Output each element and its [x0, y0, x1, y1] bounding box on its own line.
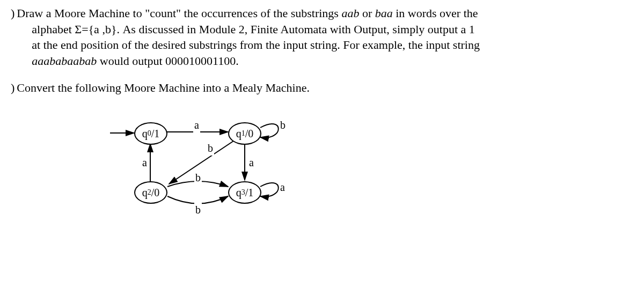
p1-line2: alphabet Σ={a ,b}. As discussed in Modul… [32, 23, 474, 36]
p1-substring-aab: aab [341, 6, 359, 20]
state-q3-sub: 3 [241, 188, 245, 198]
state-q3-out: /1 [245, 186, 254, 200]
edge-q2-q3-bot-label: b [194, 203, 202, 217]
p1-line1-e: in words over the [393, 6, 478, 20]
edge-q0-q1-label: a [193, 118, 200, 132]
problem-1-marker: ) [11, 5, 14, 69]
edge-q3-self-label: a [279, 180, 286, 195]
problem-2-text: ) Convert the following Moore Machine in… [11, 80, 633, 96]
p1-line4-b: would output 000010001100. [97, 54, 238, 68]
edge-q1-q3-label: a [248, 156, 255, 170]
state-q2-sub: 2 [148, 188, 151, 198]
state-q0-out: /1 [151, 127, 160, 141]
edge-q1-self-label: b [279, 118, 287, 132]
edge-q1-q2-label: b [207, 141, 214, 156]
p1-line1-a: Draw a Moore Machine to "count" the occu… [17, 6, 341, 20]
problem-1-text: ) Draw a Moore Machine to "count" the oc… [11, 5, 633, 69]
state-q1-sub: 1 [241, 129, 245, 139]
state-q3-q: q [236, 186, 241, 200]
state-q1-out: /0 [245, 127, 254, 141]
edge-q2-q3-top-label: b [194, 171, 202, 185]
state-q0-sub: 0 [148, 129, 151, 139]
problem-2-marker: ) [11, 80, 14, 96]
p1-example-input: aaababaabab [32, 54, 97, 68]
state-q0-q: q [142, 127, 148, 141]
state-q2-out: /0 [151, 186, 160, 200]
p1-line3: at the end position of the desired subst… [32, 38, 480, 51]
problem-1-body: Draw a Moore Machine to "count" the occu… [17, 5, 633, 69]
p1-indent: alphabet Σ={a ,b}. As discussed in Modul… [17, 21, 633, 69]
moore-machine-diagram: q0/1 q1/0 q2/0 q3/1 a b b a a b b a [107, 112, 354, 219]
p2-text: Convert the following Moore Machine into… [17, 80, 310, 96]
problem-1: ) Draw a Moore Machine to "count" the oc… [11, 5, 633, 69]
state-q2-q: q [142, 186, 148, 200]
edge-q2-q0-label: a [141, 156, 148, 170]
state-q1-q: q [236, 127, 241, 141]
p1-substring-baa: baa [375, 6, 393, 20]
problem-2: ) Convert the following Moore Machine in… [11, 80, 633, 219]
p1-line1-c: or [359, 6, 375, 20]
